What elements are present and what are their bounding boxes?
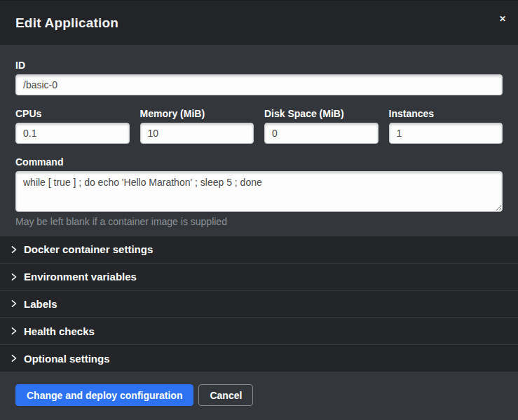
disk-label: Disk Space (MiB): [264, 108, 379, 119]
section-label: Environment variables: [24, 271, 137, 283]
section-label: Docker container settings: [24, 243, 153, 255]
change-and-deploy-button[interactable]: Change and deploy configuration: [15, 384, 193, 406]
section-docker-container-settings[interactable]: Docker container settings: [0, 236, 518, 264]
cpus-field-group: CPUs: [15, 108, 130, 144]
instances-label: Instances: [389, 108, 503, 119]
chevron-right-icon: [11, 300, 18, 307]
section-environment-variables[interactable]: Environment variables: [0, 264, 518, 291]
section-label: Labels: [24, 298, 57, 310]
command-label: Command: [15, 156, 503, 168]
chevron-right-icon: [11, 273, 18, 280]
cpus-input[interactable]: [15, 123, 130, 144]
close-icon[interactable]: ✕: [496, 12, 510, 26]
chevron-right-icon: [11, 327, 18, 334]
section-label: Optional settings: [24, 353, 110, 365]
section-health-checks[interactable]: Health checks: [0, 318, 518, 345]
page-title: Edit Application: [15, 15, 118, 31]
resources-row: CPUs Memory (MiB) Disk Space (MiB) Insta…: [15, 108, 503, 156]
section-labels[interactable]: Labels: [0, 291, 518, 318]
command-help-text: May be left blank if a container image i…: [15, 216, 503, 227]
cpus-label: CPUs: [15, 108, 130, 119]
modal-header: Edit Application ✕: [0, 0, 518, 45]
command-field-group: Command while [ true ] ; do echo 'Hello …: [15, 156, 503, 227]
modal-footer: Change and deploy configuration Cancel: [0, 372, 518, 420]
command-textarea[interactable]: while [ true ] ; do echo 'Hello Marathon…: [15, 171, 503, 212]
id-label: ID: [15, 60, 503, 71]
chevron-right-icon: [11, 355, 18, 362]
instances-field-group: Instances: [389, 108, 503, 144]
disk-field-group: Disk Space (MiB): [264, 108, 379, 144]
memory-label: Memory (MiB): [140, 108, 254, 119]
disk-input[interactable]: [264, 123, 379, 144]
id-field-group: ID: [15, 60, 503, 95]
section-optional-settings[interactable]: Optional settings: [0, 345, 518, 372]
section-label: Health checks: [24, 325, 95, 337]
modal-body: ID CPUs Memory (MiB) Disk Space (MiB) In…: [0, 45, 518, 236]
chevron-right-icon: [11, 246, 18, 253]
edit-application-modal: Edit Application ✕ ID CPUs Memory (MiB) …: [0, 0, 518, 420]
collapsible-sections: Docker container settings Environment va…: [0, 236, 518, 372]
memory-field-group: Memory (MiB): [140, 108, 254, 144]
memory-input[interactable]: [140, 123, 254, 144]
instances-input[interactable]: [389, 123, 503, 144]
id-input[interactable]: [15, 74, 503, 95]
cancel-button[interactable]: Cancel: [198, 384, 253, 406]
